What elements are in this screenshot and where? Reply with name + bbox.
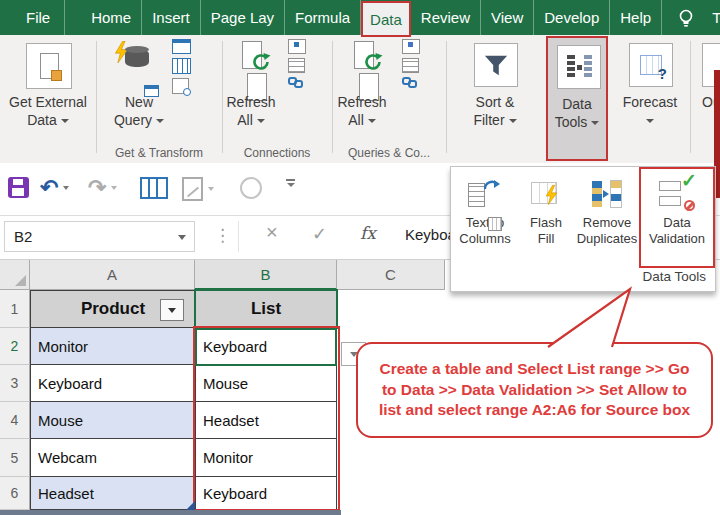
forecast-icon: ? bbox=[629, 43, 673, 87]
group-queries-connections: Refresh All Queries & Co... bbox=[332, 35, 446, 163]
list-icon bbox=[402, 58, 419, 73]
excel-window: File Home Insert Page Lay Formula Data R… bbox=[0, 0, 720, 515]
name-box[interactable]: B2 bbox=[4, 221, 195, 252]
connection-side-icons[interactable] bbox=[288, 39, 306, 88]
insert-function-button[interactable]: fx bbox=[360, 223, 376, 243]
tab-data[interactable]: Data bbox=[361, 1, 411, 37]
column-width-button[interactable] bbox=[140, 177, 168, 199]
data-tools-flyout: Text toColumns FlashFill RemoveDuplicate… bbox=[450, 166, 716, 292]
remove-duplicates-button[interactable]: RemoveDuplicates bbox=[575, 173, 639, 247]
redo-button[interactable]: ↷ bbox=[88, 177, 117, 199]
tab-help[interactable]: Help bbox=[610, 0, 662, 35]
tell-me[interactable]: Tell me bbox=[702, 0, 720, 35]
chevron-down-icon bbox=[591, 121, 599, 125]
row-header-4[interactable]: 4 bbox=[0, 402, 30, 439]
tab-view[interactable]: View bbox=[481, 0, 534, 35]
cancel-button[interactable]: × bbox=[266, 221, 278, 244]
ribbon: Get External Data New Query bbox=[0, 35, 720, 164]
filter-funnel-icon bbox=[474, 43, 518, 87]
column-header-b[interactable]: B bbox=[195, 260, 337, 290]
recent-sources-icon bbox=[172, 78, 189, 94]
table-resize-handle[interactable] bbox=[186, 501, 195, 510]
chevron-down-icon bbox=[509, 119, 517, 123]
chevron-down-icon bbox=[368, 119, 376, 123]
group-sort-filter[interactable]: Sort & Filter bbox=[446, 35, 544, 163]
lightbulb-icon bbox=[662, 0, 702, 35]
name-box-value: B2 bbox=[14, 228, 32, 245]
get-external-data-icon bbox=[26, 43, 72, 89]
save-button[interactable] bbox=[8, 177, 29, 198]
text-to-columns-icon bbox=[453, 173, 517, 215]
chevron-down-icon bbox=[208, 187, 214, 191]
cell-a6[interactable]: Headset bbox=[30, 477, 195, 510]
refresh-all-icon[interactable] bbox=[238, 41, 282, 89]
arrow-right-icon bbox=[603, 190, 609, 198]
corner-triangle-icon bbox=[15, 275, 26, 286]
annotation-box-data-validation bbox=[639, 167, 715, 268]
enter-button[interactable]: ✓ bbox=[312, 223, 327, 245]
group-label: Get & Transform bbox=[96, 146, 222, 160]
edit-links-list-icon bbox=[288, 58, 305, 73]
data-tools-icon bbox=[557, 45, 601, 89]
annotation-callout: Create a table and Select List range >> … bbox=[356, 342, 713, 438]
properties-icon bbox=[288, 39, 306, 54]
row-header-2[interactable]: 2 bbox=[0, 328, 30, 365]
cell-a5[interactable]: Webcam bbox=[30, 439, 195, 477]
show-queries-icon bbox=[172, 39, 191, 54]
cell-a3[interactable]: Keyboard bbox=[30, 365, 195, 402]
more-commands-icon bbox=[286, 179, 295, 187]
question-mark-icon: ? bbox=[658, 65, 667, 82]
tab-page-layout[interactable]: Page Lay bbox=[201, 0, 285, 35]
row-header-1[interactable]: 1 bbox=[0, 290, 30, 328]
group-forecast[interactable]: ? Forecast bbox=[610, 35, 690, 163]
column-header-a[interactable]: A bbox=[30, 260, 195, 290]
group-label: Queries & Co... bbox=[332, 146, 446, 160]
save-icon bbox=[8, 177, 29, 198]
tab-insert[interactable]: Insert bbox=[142, 0, 201, 35]
select-all-corner[interactable] bbox=[0, 260, 30, 290]
flyout-group-label: Data Tools bbox=[642, 269, 706, 284]
link-icon bbox=[402, 77, 420, 88]
properties-icon bbox=[402, 39, 420, 54]
tab-file[interactable]: File bbox=[12, 0, 65, 35]
row-header-3[interactable]: 3 bbox=[0, 365, 30, 402]
group-label: Connections bbox=[222, 146, 332, 160]
refresh-arrows-icon bbox=[251, 52, 271, 72]
text-to-columns-button[interactable]: Text toColumns bbox=[453, 173, 517, 247]
chevron-down-icon bbox=[178, 235, 186, 240]
chevron-down-icon bbox=[168, 308, 176, 313]
link-icon bbox=[288, 77, 306, 88]
group-data-tools[interactable]: Data Tools bbox=[546, 36, 608, 161]
divider bbox=[238, 221, 239, 252]
customize-qat-button[interactable] bbox=[286, 179, 295, 187]
query-side-icons[interactable] bbox=[172, 39, 191, 94]
filter-dropdown-button[interactable] bbox=[160, 299, 184, 321]
active-cell-border-b2 bbox=[195, 328, 337, 366]
chevron-down-icon bbox=[61, 119, 69, 123]
tab-formulas[interactable]: Formula bbox=[285, 0, 361, 35]
row-header-6[interactable]: 6 bbox=[0, 477, 30, 510]
row-header-5[interactable]: 5 bbox=[0, 439, 30, 477]
form-button[interactable] bbox=[182, 177, 214, 201]
callout-text: Create a table and Select List range >> … bbox=[358, 355, 711, 424]
shape-button[interactable] bbox=[240, 177, 262, 199]
query-side-icons[interactable] bbox=[402, 39, 420, 88]
undo-button[interactable]: ↶ bbox=[40, 177, 69, 199]
cell-a2[interactable]: Monitor bbox=[30, 328, 195, 365]
group-divider bbox=[690, 41, 691, 153]
chevron-down-icon bbox=[111, 186, 117, 190]
curved-arrow-icon bbox=[484, 179, 500, 193]
new-query-icon[interactable] bbox=[114, 41, 166, 89]
refresh-all-icon[interactable] bbox=[350, 41, 394, 89]
tab-review[interactable]: Review bbox=[411, 0, 481, 35]
chevron-down-icon bbox=[257, 119, 265, 123]
tab-developer[interactable]: Develop bbox=[534, 0, 610, 35]
form-edit-icon bbox=[182, 177, 203, 201]
tab-home[interactable]: Home bbox=[81, 0, 142, 35]
cell-a4[interactable]: Mouse bbox=[30, 402, 195, 439]
flash-fill-button[interactable]: FlashFill bbox=[517, 173, 575, 247]
refresh-arrows-icon bbox=[363, 52, 383, 72]
column-header-c[interactable]: C bbox=[337, 260, 445, 290]
chevron-down-icon bbox=[156, 119, 164, 123]
formula-bar-drag-handle[interactable]: ⋮ bbox=[214, 225, 231, 246]
